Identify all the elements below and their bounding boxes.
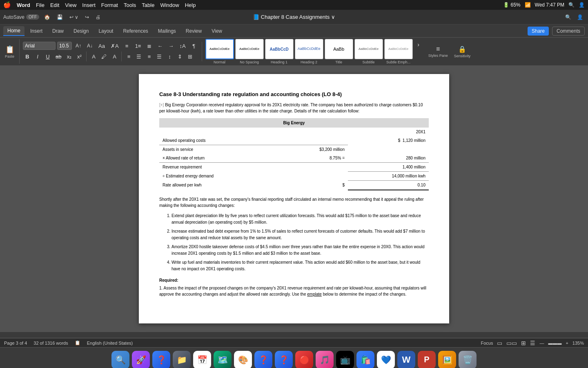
styles-pane-button[interactable]: ≡ Styles Pane [427, 45, 450, 58]
menu-help[interactable]: Help [185, 2, 196, 8]
dock-calendar[interactable]: 📅 [193, 351, 211, 368]
font-shrink-btn[interactable]: A↓ [85, 42, 95, 49]
paragraph-spacing-btn[interactable]: ⇕ [175, 53, 184, 61]
tab-review[interactable]: Review [182, 27, 206, 36]
menu-edit[interactable]: Edit [50, 2, 59, 8]
font-name-input[interactable] [23, 42, 56, 50]
search-toolbar-btn[interactable]: 🔍 [564, 13, 573, 21]
clear-format-btn[interactable]: ✗A [109, 42, 121, 50]
user-icon[interactable]: 👤 [579, 2, 585, 8]
tab-insert[interactable]: Insert [26, 27, 47, 36]
undo-btn[interactable]: ↩ ∨ [68, 13, 80, 21]
dock-apple-tv[interactable]: 💙 [377, 351, 395, 368]
dock-help3[interactable]: ❓ [275, 351, 293, 368]
tab-design[interactable]: Design [69, 27, 93, 36]
increase-indent-btn[interactable]: → [166, 42, 176, 50]
multilevel-btn[interactable]: ≣ [145, 42, 154, 50]
app-name[interactable]: Word [17, 2, 30, 8]
menu-format[interactable]: Format [101, 2, 118, 8]
font-color-btn[interactable]: A [89, 53, 98, 61]
view-cols-btn[interactable]: ☰ [530, 340, 535, 346]
style-normal[interactable]: AaBbCcDdEe [205, 39, 234, 59]
dock-tv[interactable]: 📺 [336, 351, 354, 368]
tab-references[interactable]: References [119, 27, 152, 36]
view-grid-btn[interactable]: ⊞ [521, 340, 526, 346]
apple-menu[interactable]: 🍎 [3, 1, 11, 9]
dock-maps[interactable]: 🗺️ [214, 351, 232, 368]
tab-mailings[interactable]: Mailings [154, 27, 180, 36]
more-styles-btn[interactable]: › [414, 40, 423, 49]
view-side-btn[interactable]: ▭▭ [506, 340, 517, 346]
comments-button[interactable]: Comments [552, 27, 585, 36]
paste-button[interactable]: 📋 Paste [3, 44, 16, 59]
justify-btn[interactable]: ☰ [155, 53, 164, 61]
dock-help2[interactable]: ❓ [254, 351, 272, 368]
dock-notification[interactable]: 🔴 [295, 351, 313, 368]
print-btn[interactable]: 🖨 [94, 13, 102, 21]
dock-word[interactable]: W [397, 351, 415, 368]
search-icon[interactable]: 🔍 [568, 2, 575, 8]
redo-btn[interactable]: ↪ [83, 13, 91, 21]
tab-draw[interactable]: Draw [48, 27, 68, 36]
style-nospacing[interactable]: AaBbCcDdEe [235, 39, 264, 59]
home-btn[interactable]: 🏠 [42, 13, 52, 21]
bold-button[interactable]: B [23, 53, 32, 61]
subscript-button[interactable]: x₂ [65, 53, 74, 61]
line-spacing-btn[interactable]: ↕ [165, 53, 174, 61]
sort-btn[interactable]: ↕A [177, 42, 187, 50]
style-title[interactable]: AaBb [325, 39, 353, 59]
menu-file[interactable]: File [36, 2, 45, 8]
zoom-slider[interactable]: ▬▬▬ [548, 341, 561, 346]
highlight-btn[interactable]: 🖊 [99, 53, 109, 61]
menu-tools[interactable]: Tools [124, 2, 136, 8]
tab-layout[interactable]: Layout [94, 27, 117, 36]
share-button[interactable]: Share [528, 27, 549, 36]
borders-btn[interactable]: ⊞ [185, 53, 194, 61]
numberedlist-btn[interactable]: 1≡ [133, 42, 143, 50]
zoom-minus[interactable]: — [539, 341, 544, 346]
show-formatting-btn[interactable]: ¶ [189, 42, 198, 50]
dock-files[interactable]: 📁 [173, 351, 191, 368]
autosave-state[interactable]: OFF [26, 14, 39, 20]
style-subtle[interactable]: AaBbCcDdEe [384, 39, 413, 59]
strikethrough-button[interactable]: ab [53, 53, 63, 61]
focus-button[interactable]: Focus [481, 341, 493, 346]
dock-photos2[interactable]: 🖼️ [438, 351, 456, 368]
dock-finder[interactable]: 🔍 [111, 351, 129, 368]
italic-button[interactable]: I [33, 53, 42, 61]
autosave-toggle[interactable]: AutoSave OFF [3, 14, 39, 20]
menu-view[interactable]: View [65, 2, 76, 8]
tab-view[interactable]: View [207, 27, 226, 36]
decrease-indent-btn[interactable]: ← [155, 42, 165, 50]
shading-btn[interactable]: A [110, 53, 119, 61]
document-page[interactable]: Case 8-3 Understanding rate regulation a… [139, 74, 449, 323]
dock-trash[interactable]: 🗑️ [459, 351, 477, 368]
underline-button[interactable]: U [43, 53, 52, 61]
tab-home[interactable]: Home [3, 26, 24, 36]
title-chevron[interactable]: ∨ [331, 14, 335, 20]
style-subtitle[interactable]: AaBbCcDdEe [354, 39, 383, 59]
style-heading1[interactable]: AaBbCcD [265, 39, 294, 59]
menu-table[interactable]: Table [142, 2, 154, 8]
save-btn[interactable]: 💾 [55, 13, 65, 21]
dock-music[interactable]: 🎵 [316, 351, 334, 368]
align-left-btn[interactable]: ≡ [124, 53, 133, 61]
dock-photos[interactable]: 🎨 [234, 351, 252, 368]
superscript-button[interactable]: x² [75, 53, 84, 61]
user-toolbar-btn[interactable]: 👤 [575, 13, 585, 21]
sensitivity-button[interactable]: 🔒 Sensitivity [452, 45, 472, 59]
menu-insert[interactable]: Insert [82, 2, 96, 8]
view-single-btn[interactable]: ▭ [497, 340, 502, 346]
align-center-btn[interactable]: ☰ [134, 53, 143, 61]
zoom-plus[interactable]: + [566, 341, 568, 346]
menu-window[interactable]: Window [160, 2, 179, 8]
dock-powerpoint[interactable]: P [418, 351, 436, 368]
dock-launchpad[interactable]: 🚀 [132, 351, 150, 368]
dock-appstore[interactable]: 🛍️ [356, 351, 374, 368]
font-grow-btn[interactable]: A↑ [74, 42, 83, 49]
change-case-btn[interactable]: Aa [96, 42, 107, 50]
font-size-input[interactable] [57, 42, 72, 50]
dock-help[interactable]: ❓ [152, 351, 170, 368]
list-btn[interactable]: ≡ [122, 42, 131, 50]
style-heading2[interactable]: AaBbCcDdEe [295, 39, 323, 59]
